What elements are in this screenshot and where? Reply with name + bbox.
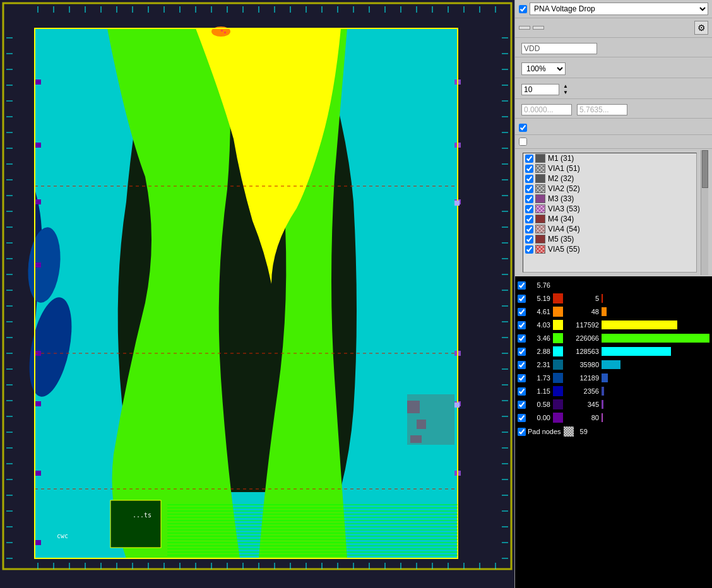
layer-item-via4[interactable]: VIA4 (54) — [523, 224, 696, 234]
histogram-panel: 5.765.1954.61484.031175923.462260662.881… — [515, 276, 712, 588]
layer-item-m5[interactable]: M5 (35) — [523, 234, 696, 244]
hist-swatch-7 — [553, 373, 563, 383]
pad-nodes-checkbox[interactable] — [518, 428, 526, 436]
hist-bar-3 — [602, 320, 677, 329]
layer-checkbox-m4[interactable] — [525, 215, 533, 223]
layer-item-m2[interactable]: M2 (32) — [523, 173, 696, 184]
hist-row-9: 0.58345 — [518, 398, 709, 411]
hist-value-2: 4.61 — [528, 308, 550, 315]
layer-checkbox-via2[interactable] — [525, 185, 533, 193]
gear-button[interactable]: ⚙ — [694, 21, 708, 35]
hist-bar-container-6 — [602, 360, 709, 369]
layer-name-m2: M2 (32) — [548, 174, 574, 183]
layer-item-via2[interactable]: VIA2 (52) — [523, 184, 696, 194]
hist-bar-container-4 — [602, 334, 709, 343]
hist-checkbox-1[interactable] — [518, 295, 526, 303]
hist-checkbox-5[interactable] — [518, 348, 526, 356]
layer-checkbox-via3[interactable] — [525, 205, 533, 213]
layer-checkbox-m3[interactable] — [525, 195, 533, 203]
hist-checkbox-0[interactable] — [518, 281, 526, 290]
hist-bar-container-9 — [602, 400, 709, 409]
hist-checkbox-8[interactable] — [518, 387, 526, 396]
from-input[interactable] — [521, 104, 572, 115]
hist-checkbox-7[interactable] — [518, 374, 526, 382]
hist-swatch-10 — [553, 413, 563, 423]
pad-nodes-row: Pad nodes59 — [518, 426, 709, 437]
layer-item-m4[interactable]: M4 (34) — [523, 214, 696, 224]
hist-bar-2 — [602, 307, 607, 316]
layer-swatch-m1 — [535, 154, 545, 163]
from-to-section — [515, 102, 712, 119]
hist-count-10: 80 — [564, 414, 599, 421]
layer-item-via3[interactable]: VIA3 (53) — [523, 204, 696, 214]
layer-checkbox-m1[interactable] — [525, 155, 533, 163]
layer-item-via5[interactable]: VIA5 (55) — [523, 244, 696, 254]
alpha-select[interactable]: 100% 75% 50% 25% — [521, 62, 566, 75]
hist-swatch-8 — [553, 386, 563, 396]
hist-swatch-3 — [553, 320, 563, 330]
alpha-section: 100% 75% 50% 25% — [515, 60, 712, 78]
layer-scrollbar[interactable] — [701, 150, 708, 275]
chip-panel — [0, 0, 514, 588]
hist-bar-6 — [602, 360, 620, 369]
layer-name-m5: M5 (35) — [548, 235, 574, 244]
map-mode-checkbox[interactable] — [519, 5, 527, 13]
hist-row-7: 1.7312189 — [518, 372, 709, 384]
hist-swatch-9 — [553, 399, 563, 409]
text-checkbox[interactable] — [519, 124, 527, 132]
right-panel: PNA Voltage Drop ⚙ 100% 75% 50% 25% ▲ ▼ — [514, 0, 712, 588]
layer-checkbox-m2[interactable] — [525, 175, 533, 183]
layer-swatch-via5 — [535, 245, 545, 254]
layer-checkbox-via4[interactable] — [525, 225, 533, 233]
hist-bar-10 — [602, 413, 603, 422]
bins-up[interactable]: ▲ — [563, 83, 568, 90]
bins-down[interactable]: ▼ — [563, 90, 568, 96]
layer-swatch-via4 — [535, 225, 545, 233]
layer-swatch-via2 — [535, 184, 545, 193]
bins-input[interactable] — [521, 84, 559, 95]
map-mode-select[interactable]: PNA Voltage Drop — [530, 3, 708, 15]
text-section — [515, 121, 712, 135]
hist-count-1: 5 — [564, 295, 599, 302]
apply-reload-section: ⚙ — [515, 18, 712, 38]
hist-value-8: 1.15 — [528, 387, 550, 395]
hist-bar-5 — [602, 347, 671, 356]
hist-checkbox-6[interactable] — [518, 361, 526, 369]
map-mode-section: PNA Voltage Drop — [515, 0, 712, 18]
chip-canvas[interactable] — [0, 0, 514, 588]
layer-name-m1: M1 (31) — [548, 154, 574, 163]
hist-value-7: 1.73 — [528, 374, 550, 382]
hist-checkbox-9[interactable] — [518, 401, 526, 409]
current-design-checkbox[interactable] — [519, 138, 527, 146]
layer-item-m1[interactable]: M1 (31) — [523, 153, 696, 163]
hist-row-10: 0.0080 — [518, 411, 709, 424]
pad-nodes-label: Pad nodes — [528, 428, 561, 435]
layer-name-via2: VIA2 (52) — [548, 184, 580, 193]
layer-checkbox-via1[interactable] — [525, 165, 533, 173]
layer-item-m3[interactable]: M3 (33) — [523, 194, 696, 204]
to-input[interactable] — [577, 104, 627, 115]
apply-button[interactable] — [519, 26, 530, 30]
layer-name-via5: VIA5 (55) — [548, 245, 580, 254]
net-input[interactable] — [521, 43, 597, 54]
layer-list: M1 (31)VIA1 (51)M2 (32)VIA2 (52)M3 (33)V… — [523, 153, 697, 273]
layer-checkbox-m5[interactable] — [525, 235, 533, 244]
hist-row-4: 3.46226066 — [518, 332, 709, 344]
reload-button[interactable] — [533, 26, 544, 30]
hist-count-6: 35980 — [564, 361, 599, 368]
hist-row-5: 2.88128563 — [518, 345, 709, 358]
hist-bar-container-5 — [602, 347, 709, 356]
hist-checkbox-4[interactable] — [518, 334, 526, 343]
hist-count-3: 117592 — [564, 321, 599, 329]
layer-item-via1[interactable]: VIA1 (51) — [523, 163, 696, 173]
hist-checkbox-3[interactable] — [518, 321, 526, 329]
layer-checkbox-via5[interactable] — [525, 245, 533, 254]
bins-section: ▲ ▼ — [515, 81, 712, 99]
hist-checkbox-2[interactable] — [518, 308, 526, 316]
hist-checkbox-10[interactable] — [518, 414, 526, 422]
hist-bar-container-7 — [602, 373, 709, 382]
hist-count-4: 226066 — [564, 334, 599, 342]
hist-value-9: 0.58 — [528, 401, 550, 408]
hist-bar-container-1 — [602, 294, 709, 303]
net-section — [515, 40, 712, 57]
